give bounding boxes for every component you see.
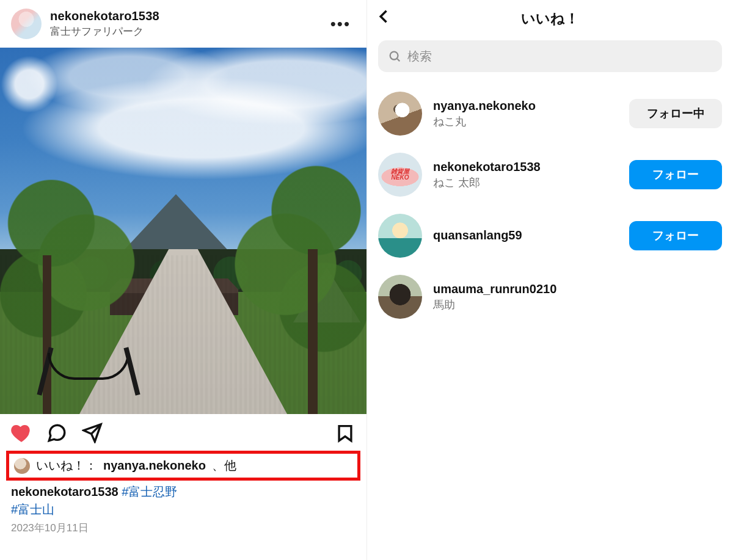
back-button[interactable] bbox=[376, 8, 396, 29]
search-icon bbox=[388, 49, 401, 63]
search-wrap bbox=[367, 37, 733, 83]
user-avatar[interactable] bbox=[378, 92, 422, 136]
likes-summary-avatar bbox=[14, 458, 30, 474]
post-username[interactable]: nekonekotaro1538 bbox=[50, 9, 317, 23]
list-item[interactable]: quansanlang59 フォロー bbox=[378, 205, 722, 266]
user-text: umauma_runrun0210 馬助 bbox=[433, 282, 722, 312]
likes-title: いいね！ bbox=[521, 9, 579, 28]
follow-button[interactable]: フォロー bbox=[629, 221, 722, 250]
share-button[interactable] bbox=[82, 423, 103, 443]
user-username[interactable]: nyanya.nekoneko bbox=[433, 99, 618, 113]
following-button[interactable]: フォロー中 bbox=[629, 99, 722, 128]
caption-hashtag-1[interactable]: #富士忍野 bbox=[122, 485, 177, 498]
like-button[interactable] bbox=[11, 423, 32, 443]
chevron-left-icon bbox=[376, 8, 393, 25]
post-location[interactable]: 富士サファリパーク bbox=[50, 24, 317, 38]
comment-button[interactable] bbox=[46, 423, 67, 443]
user-username[interactable]: quansanlang59 bbox=[433, 228, 618, 242]
comment-icon bbox=[46, 423, 67, 443]
photo-hammock bbox=[37, 341, 140, 396]
post-author-avatar[interactable] bbox=[11, 9, 42, 39]
user-text: quansanlang59 bbox=[433, 228, 618, 244]
post-photo[interactable] bbox=[0, 48, 366, 414]
likes-summary-suffix: 、他 bbox=[212, 457, 236, 474]
likes-summary-username: nyanya.nekoneko bbox=[103, 459, 206, 473]
list-item[interactable]: nyanya.nekoneko ねこ丸 フォロー中 bbox=[378, 83, 722, 144]
caption-username[interactable]: nekonekotaro1538 bbox=[11, 485, 119, 498]
search-box[interactable] bbox=[378, 40, 722, 72]
user-displayname: ねこ丸 bbox=[433, 114, 618, 129]
save-button[interactable] bbox=[335, 423, 356, 443]
post-panel: nekonekotaro1538 富士サファリパーク ••• bbox=[0, 0, 366, 560]
post-caption: nekonekotaro1538 #富士忍野 #富士山 bbox=[0, 481, 366, 518]
likes-summary-label: いいね！： bbox=[36, 457, 97, 474]
follow-button[interactable]: フォロー bbox=[629, 160, 722, 189]
post-header-text: nekonekotaro1538 富士サファリパーク bbox=[50, 9, 317, 38]
likes-summary-highlight: いいね！： nyanya.nekoneko 、他 bbox=[6, 451, 360, 481]
post-header: nekonekotaro1538 富士サファリパーク ••• bbox=[0, 0, 366, 48]
photo-tree-right bbox=[232, 151, 366, 414]
user-username[interactable]: umauma_runrun0210 bbox=[433, 282, 722, 296]
user-text: nyanya.nekoneko ねこ丸 bbox=[433, 99, 618, 129]
likes-summary[interactable]: いいね！： nyanya.nekoneko 、他 bbox=[14, 457, 352, 474]
likes-panel: いいね！ nyanya.nekoneko ねこ丸 フォロー中 nekonekot… bbox=[366, 0, 733, 560]
post-date: 2023年10月11日 bbox=[0, 518, 366, 544]
user-avatar[interactable] bbox=[378, 153, 422, 197]
user-text: nekonekotaro1538 ねこ 太郎 bbox=[433, 160, 618, 190]
list-item[interactable]: nekonekotaro1538 ねこ 太郎 フォロー bbox=[378, 144, 722, 205]
post-action-bar bbox=[0, 414, 366, 448]
user-avatar[interactable] bbox=[378, 275, 422, 319]
user-username[interactable]: nekonekotaro1538 bbox=[433, 160, 618, 174]
list-item[interactable]: umauma_runrun0210 馬助 bbox=[378, 266, 722, 327]
user-displayname: 馬助 bbox=[433, 297, 722, 312]
caption-hashtag-2[interactable]: #富士山 bbox=[11, 503, 54, 516]
user-displayname: ねこ 太郎 bbox=[433, 175, 618, 190]
user-avatar[interactable] bbox=[378, 214, 422, 258]
search-input[interactable] bbox=[407, 49, 712, 64]
likes-header: いいね！ bbox=[367, 0, 733, 37]
likes-user-list: nyanya.nekoneko ねこ丸 フォロー中 nekonekotaro15… bbox=[367, 83, 733, 327]
bookmark-icon bbox=[335, 423, 356, 443]
heart-icon bbox=[11, 423, 32, 443]
svg-point-0 bbox=[390, 52, 398, 60]
send-icon bbox=[82, 423, 103, 443]
more-options-button[interactable]: ••• bbox=[326, 11, 356, 37]
